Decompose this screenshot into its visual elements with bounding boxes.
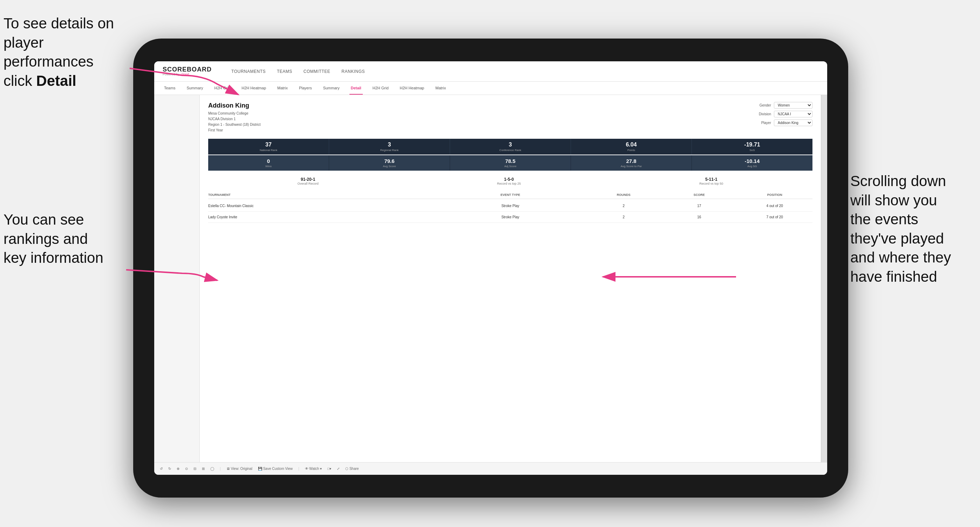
player-filter-row: Player Addison King — [753, 119, 813, 126]
sub-nav: Teams Summary H2H Grid H2H Heatmap Matri… — [154, 82, 827, 95]
toolbar-timer[interactable]: ◯ — [210, 467, 214, 471]
record-top25-value: 1-5-0 — [497, 177, 521, 182]
main-content: Addison King Mesa Community College NJCA… — [154, 95, 827, 462]
tablet-screen: SCOREBOARD Powered by clippd TOURNAMENTS… — [154, 61, 827, 475]
toolbar-zoom-out[interactable]: ⊟ — [194, 467, 196, 471]
toolbar-sep1: | — [220, 467, 221, 471]
stat-avg-sg: -10.14 Avg SG — [692, 155, 813, 171]
main-nav: TOURNAMENTS TEAMS COMMITTEE RANKINGS — [231, 69, 365, 74]
td-event-1: Stroke Play — [435, 204, 586, 208]
bottom-toolbar: ↺ ↻ ⊕ ⊙ ⊟ ⊞ ◯ | 🖥 View: Original 💾 Save … — [154, 462, 827, 475]
table-row: Estella CC- Mountain Classic Stroke Play… — [208, 200, 813, 212]
tournament-table: Tournament Event Type Rounds Score Posit… — [208, 193, 813, 223]
stat-regional-rank-value: 3 — [331, 141, 448, 148]
annotation-top-left: To see details on player performances cl… — [3, 14, 123, 90]
tab-matrix[interactable]: Matrix — [276, 82, 289, 95]
stat-national-rank-value: 37 — [210, 141, 328, 148]
stat-adj-score: 78.5 Adj Score — [450, 155, 571, 171]
toolbar-undo[interactable]: ↺ — [160, 467, 162, 471]
annotation-bottom-left: You can seerankings andkey information — [3, 210, 123, 268]
annotation-right: Scrolling downwill show youthe eventsthe… — [850, 172, 977, 287]
toolbar-zoom-in[interactable]: ⊞ — [202, 467, 205, 471]
stat-avg-score-to-par: 27.8 Avg Score to Par — [571, 155, 692, 171]
player-label: Player — [753, 121, 771, 125]
tab-h2h-grid[interactable]: H2H Grid — [213, 82, 232, 95]
stat-avg-score-to-par-label: Avg Score to Par — [573, 165, 690, 168]
scoreboard-logo: SCOREBOARD Powered by clippd — [162, 66, 212, 77]
stat-conference-rank: 3 Conference Rank — [450, 139, 571, 154]
table-header: Tournament Event Type Rounds Score Posit… — [208, 193, 813, 199]
stat-points-label: Points — [573, 149, 690, 152]
table-row: Lady Coyote Invite Stroke Play 2 16 7 ou… — [208, 212, 813, 223]
player-school: Mesa Community College — [208, 111, 261, 116]
stat-sos-label: SoS — [693, 149, 811, 152]
annotation-bold-detail: Detail — [36, 73, 76, 89]
toolbar-zoom-fit[interactable]: ⊕ — [177, 467, 180, 471]
stats-grid-2: 0 Wins 79.6 Avg Score 78.5 Adj Score 27.… — [208, 155, 813, 171]
stat-avg-sg-label: Avg SG — [693, 165, 811, 168]
tab-h2h-grid2[interactable]: H2H Grid — [371, 82, 390, 95]
record-top50-value: 5-11-1 — [699, 177, 723, 182]
tab-detail[interactable]: Detail — [350, 82, 363, 95]
record-overall-value: 91-20-1 — [298, 177, 318, 182]
stat-points-value: 6.04 — [573, 141, 690, 148]
record-top25: 1-5-0 Record vs top 25 — [497, 177, 521, 185]
td-event-2: Stroke Play — [435, 215, 586, 219]
th-position: Position — [737, 193, 813, 197]
tab-players[interactable]: Players — [298, 82, 313, 95]
stat-regional-rank-label: Regional Rank — [331, 149, 448, 152]
th-score: Score — [662, 193, 737, 197]
td-rounds-1: 2 — [586, 204, 662, 208]
left-sidebar — [154, 95, 200, 462]
gender-select[interactable]: Women Men — [774, 102, 813, 109]
record-overall: 91-20-1 Overall Record — [298, 177, 318, 185]
gender-label: Gender — [753, 103, 771, 107]
stat-conference-rank-label: Conference Rank — [452, 149, 569, 152]
nav-teams[interactable]: TEAMS — [277, 69, 292, 74]
player-info: Addison King Mesa Community College NJCA… — [208, 102, 261, 133]
tab-h2h-heatmap[interactable]: H2H Heatmap — [240, 82, 267, 95]
td-score-1: 17 — [662, 204, 737, 208]
stat-avg-score-value: 79.6 — [331, 158, 448, 164]
player-filters: Gender Women Men Division NJCAA I NJCAA … — [753, 102, 813, 126]
th-tournament: Tournament — [208, 193, 435, 197]
record-top25-label: Record vs top 25 — [497, 182, 521, 185]
tab-teams[interactable]: Teams — [162, 82, 177, 95]
toolbar-expand[interactable]: ⤢ — [337, 467, 340, 471]
toolbar-sep2: | — [298, 467, 299, 471]
stat-sos-value: -19.71 — [693, 141, 811, 148]
annotation-top-left-text: To see details on player performances cl… — [3, 15, 114, 89]
td-rounds-2: 2 — [586, 215, 662, 219]
td-tournament-1: Estella CC- Mountain Classic — [208, 204, 435, 208]
record-top50: 5-11-1 Record vs top 50 — [699, 177, 723, 185]
logo-powered-text: Powered by — [162, 73, 180, 76]
toolbar-redo[interactable]: ↻ — [168, 467, 171, 471]
stat-sos: -19.71 SoS — [692, 139, 813, 154]
tab-matrix2[interactable]: Matrix — [434, 82, 447, 95]
nav-committee[interactable]: COMMITTEE — [304, 69, 331, 74]
toolbar-zoom-reset[interactable]: ⊙ — [185, 467, 188, 471]
stat-points: 6.04 Points — [571, 139, 692, 154]
nav-rankings[interactable]: RANKINGS — [341, 69, 365, 74]
stat-national-rank: 37 National Rank — [208, 139, 329, 154]
division-select[interactable]: NJCAA I NJCAA II — [774, 111, 813, 117]
tab-summary[interactable]: Summary — [185, 82, 204, 95]
stat-avg-sg-value: -10.14 — [693, 158, 811, 164]
toolbar-share[interactable]: ⬡ Share — [345, 467, 359, 471]
toolbar-watch[interactable]: 👁 Watch ▾ — [305, 467, 322, 471]
logo-title: SCOREBOARD — [162, 66, 212, 73]
th-event-type: Event Type — [435, 193, 586, 197]
player-select[interactable]: Addison King — [774, 119, 813, 126]
stat-avg-score: 79.6 Avg Score — [329, 155, 450, 171]
toolbar-view-original[interactable]: 🖥 View: Original — [226, 467, 252, 471]
toolbar-save-custom[interactable]: 💾 Save Custom View — [258, 467, 293, 471]
nav-tournaments[interactable]: TOURNAMENTS — [231, 69, 266, 74]
tab-h2h-heatmap2[interactable]: H2H Heatmap — [399, 82, 426, 95]
record-top50-label: Record vs top 50 — [699, 182, 723, 185]
td-position-2: 7 out of 20 — [737, 215, 813, 219]
stat-conference-rank-value: 3 — [452, 141, 569, 148]
logo-brand: clippd — [181, 73, 189, 76]
tab-summary2[interactable]: Summary — [322, 82, 341, 95]
player-year: First Year — [208, 127, 261, 133]
toolbar-display[interactable]: □▾ — [328, 467, 331, 471]
